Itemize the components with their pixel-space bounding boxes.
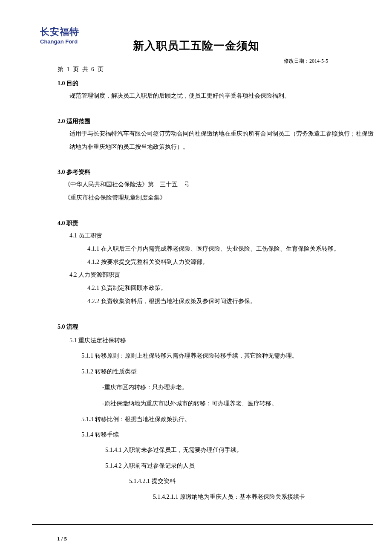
section-5-1-4-2-1-1: 5.1.4.2.1.1 原缴纳地为重庆人员：基本养老保险关系接续卡 <box>153 489 377 505</box>
section-3-ref2: 《重庆市社会保险管理规章制度全集》 <box>64 191 377 205</box>
section-4-2-2: 4.2.2 负责收集资料后，根据当地社保政策及参保时间进行参保。 <box>87 295 377 308</box>
section-5-1-1: 5.1.1 转移原则：原则上社保转移只需办理养老保险转移手续，其它险种无需办理。 <box>81 348 377 364</box>
section-3-head: 3.0 参考资料 <box>58 166 377 178</box>
company-logo: 长安福特 Changan Ford <box>40 26 79 45</box>
section-5-1-2-b: -原社保缴纳地为重庆市以外城市的转移：可办理养老、医疗转移。 <box>102 396 377 412</box>
footer-divider <box>32 524 373 525</box>
section-5-1-4: 5.1.4 转移手续 <box>81 427 377 442</box>
revision-date-label: 修改日期： <box>284 58 309 64</box>
section-5-1-3: 5.1.3 转移比例：根据当地社保政策执行。 <box>81 412 377 427</box>
section-5-1-2: 5.1.2 转移的性质类型 <box>81 364 377 379</box>
section-4-2: 4.2 人力资源部职责 <box>69 269 377 282</box>
page-info-top: 第 1 页 共 6 页 <box>58 66 377 74</box>
section-3-ref1: 《中华人民共和国社会保险法》第 三十五 号 <box>64 178 377 191</box>
section-5-1-4-1: 5.1.4.1 入职前未参过保员工，无需要办理任何手续。 <box>105 442 377 458</box>
document-body: 1.0 目的 规范管理制度，解决员工入职后的后顾之忧，使员工更好的享受各项社会保… <box>58 78 377 505</box>
section-1-body: 规范管理制度，解决员工入职后的后顾之忧，使员工更好的享受各项社会保险福利。 <box>69 90 377 103</box>
section-4-head: 4.0 职责 <box>58 217 377 229</box>
section-2-body: 适用于与长安福特汽车有限公司签订劳动合同的社保缴纳地在重庆的所有合同制员工（劳务… <box>69 127 377 154</box>
section-5-1: 5.1 重庆法定社保转移 <box>69 333 377 348</box>
section-2-head: 2.0 适用范围 <box>58 116 377 127</box>
section-1-head: 1.0 目的 <box>58 78 377 90</box>
section-4-1-2: 4.1.2 按要求提交完整相关资料到人力资源部。 <box>87 256 377 269</box>
revision-date: 修改日期：2014-5-5 <box>23 58 328 65</box>
section-5-1-2-a: -重庆市区内转移：只办理养老。 <box>102 379 377 396</box>
logo-en: Changan Ford <box>40 38 79 45</box>
section-4-2-1: 4.2.1 负责制定和回顾本政策。 <box>87 282 377 295</box>
section-4-1-1: 4.1.1 在入职后三个月内需完成养老保险、医疗保险、失业保险、工伤保险、生育保… <box>87 243 377 256</box>
section-5-1-4-2-1: 5.1.4.2.1 提交资料 <box>129 474 377 489</box>
section-5-1-4-2: 5.1.4.2 入职前有过参保记录的人员 <box>105 458 377 474</box>
footer-page-number: 1 / 5 <box>57 535 67 542</box>
revision-date-value: 2014-5-5 <box>309 58 328 64</box>
section-5-head: 5.0 流程 <box>58 321 377 333</box>
logo-cn: 长安福特 <box>40 26 79 38</box>
section-4-1: 4.1 员工职责 <box>69 229 377 243</box>
